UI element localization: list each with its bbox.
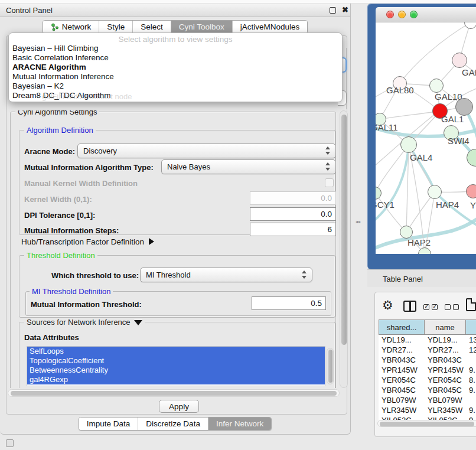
table-row[interactable]: YER054CYER054C8. (379, 375, 476, 385)
network-node-gal4[interactable] (400, 136, 417, 153)
tab-cyni-toolbox[interactable]: Cyni Toolbox (171, 21, 233, 33)
attribute-item-topologicalcoefficient[interactable]: TopologicalCoefficient (27, 356, 325, 366)
settings-group-title: Cyni Algorithm Settings (15, 110, 99, 116)
settings-vertical-scrollbar[interactable] (340, 110, 348, 388)
attributes-list-scrollbar[interactable] (327, 348, 334, 384)
table-panel-body: ⚙ ✓ ✓ shared...name YDL19...YDL19...13YD… (367, 287, 476, 450)
dpi-tolerance-field[interactable]: 0.0 (250, 207, 336, 221)
check-all-icon[interactable]: ✓ (432, 304, 438, 310)
table-row[interactable]: YDL19...YDL19...13 (379, 335, 476, 345)
kernel-width-field[interactable]: 0.0 (250, 191, 336, 205)
attribute-item-selfloops[interactable]: SelfLoops (27, 347, 325, 356)
algorithm-dropdown-popup: Select algorithm to view settings Bayesi… (8, 32, 343, 102)
tab-jactivemnodules[interactable]: jActiveMNodules (233, 21, 308, 33)
table-panel-titlebar: Table Panel (367, 269, 476, 287)
minimize-light[interactable] (398, 11, 406, 18)
table-cell: YBR045C (425, 385, 466, 395)
algorithm-option-aracne-algorithm[interactable]: ARACNE Algorithm (12, 63, 338, 72)
table-cell: YDR27... (379, 345, 425, 355)
data-attributes-list[interactable]: SelfLoopsTopologicalCoefficientBetweenne… (27, 346, 325, 386)
network-node-gal10[interactable] (429, 79, 444, 93)
manual-kernel-width-checkbox[interactable] (325, 178, 334, 187)
splitpane-divider-handle[interactable]: ◂▸ (356, 219, 361, 224)
mi-threshold-label: Mutual Information Threshold: (31, 300, 142, 309)
mi-threshold-group-title: MI Threshold Definition (30, 287, 113, 296)
node-label-hap2: HAP2 (407, 237, 431, 247)
bottom-tab-label: Discretize Data (146, 419, 200, 428)
sources-title[interactable]: Sources for Network Inference (24, 318, 145, 327)
network-node-hap2[interactable] (400, 226, 413, 239)
settings-horizontal-scrollbar[interactable] (8, 389, 340, 397)
close-icon[interactable]: ✖ (342, 5, 348, 14)
close-light[interactable] (386, 11, 394, 18)
new-page-icon[interactable] (466, 298, 476, 311)
mi-threshold-group: MI Threshold Definition Mutual Informati… (25, 291, 331, 316)
tab-network[interactable]: Network (43, 21, 100, 33)
network-node-gal[interactable] (452, 53, 467, 68)
network-node-y[interactable] (466, 184, 476, 198)
table-cell: YPR145W (425, 365, 466, 375)
control-panel-tabbar: NetworkStyleSelectCyni ToolboxjActiveMNo… (43, 20, 308, 34)
tab-label: Network (62, 22, 92, 31)
bottom-tab-label: Impute Data (87, 419, 131, 428)
uncheck-all-icon[interactable] (445, 304, 451, 310)
node-label-gal: GAL (462, 67, 476, 77)
table-cell: 8. (466, 375, 476, 385)
collapsed-panel-icon[interactable] (6, 439, 14, 447)
mi-algorithm-type-label: Mutual Information Algorithm Type: (24, 163, 154, 172)
algorithm-option-bayesian-hill-climbing[interactable]: Bayesian – Hill Climbing (12, 44, 338, 53)
network-node[interactable] (455, 98, 473, 116)
algorithm-option-mutual-information-inference[interactable]: Mutual Information Inference (12, 72, 338, 81)
settings-scroll-viewport: Cyni Algorithm Settings Algorithm Defini… (8, 110, 340, 388)
zoom-light[interactable] (410, 11, 418, 18)
attribute-item-betweennesscentrality[interactable]: BetweennessCentrality (27, 366, 325, 375)
tab-label: jActiveMNodules (240, 22, 300, 31)
algorithm-option-bayesian-k2[interactable]: Bayesian – K2 (12, 81, 338, 91)
table-row[interactable]: YBL079WYBL079W (379, 395, 476, 405)
mi-threshold-field[interactable]: 0.5 (252, 296, 326, 310)
table-rows: YDL19...YDL19...13YDR27...YDR27...12YBR0… (379, 335, 476, 425)
network-node-hap4[interactable] (428, 185, 442, 199)
hub-transcription-factor-section[interactable]: Hub/Transcription Factor Definition (21, 237, 154, 246)
tab-label: Style (107, 22, 125, 31)
column-header-clipped[interactable] (466, 319, 476, 335)
combo-arrows-icon (302, 270, 307, 279)
table-row[interactable]: YBR043CYBR043C (379, 355, 476, 365)
node-table: shared...name YDL19...YDL19...13YDR27...… (379, 319, 476, 425)
network-icon (51, 23, 59, 31)
bottom-tab-impute-data[interactable]: Impute Data (79, 418, 139, 430)
table-row[interactable]: YBR045CYBR045C9. (379, 385, 476, 395)
column-header-name[interactable]: name (425, 319, 466, 335)
sources-group: Sources for Network Inference Data Attri… (19, 322, 335, 388)
mi-algorithm-type-combobox[interactable]: Naive Bayes (161, 159, 336, 174)
node-label-hap4: HAP4 (436, 200, 459, 210)
bottom-tab-discretize-data[interactable]: Discretize Data (138, 418, 208, 430)
network-canvas[interactable]: GALGAL80GAL10GAL1SWI4GAL11GAL4GCY1HAP4YH… (376, 22, 476, 254)
table-cell: 12 (466, 345, 476, 355)
column-header-shared[interactable]: shared... (379, 319, 425, 335)
cyni-algorithm-settings-group: Cyni Algorithm Settings Algorithm Defini… (10, 112, 336, 388)
check-all-icon[interactable]: ✓ (423, 304, 429, 310)
uncheck-all-icon[interactable] (453, 304, 459, 310)
node-label-gcy1: GCY1 (376, 200, 395, 210)
float-window-icon[interactable] (330, 7, 336, 14)
tab-select[interactable]: Select (133, 21, 171, 33)
gear-icon[interactable]: ⚙ (382, 298, 393, 312)
aracne-mode-combobox[interactable]: Discovery (77, 144, 336, 158)
mi-steps-field[interactable]: 6 (250, 223, 336, 236)
table-row[interactable]: YPR145WYPR145W9. (379, 365, 476, 375)
tab-style[interactable]: Style (99, 21, 133, 33)
table-horizontal-scrollbar[interactable] (377, 420, 476, 427)
expand-right-icon[interactable] (149, 238, 154, 245)
which-threshold-combobox[interactable]: MI Threshold (140, 268, 312, 282)
table-row[interactable]: YDR27...YDR27...12 (379, 345, 476, 355)
split-columns-icon[interactable] (403, 301, 416, 312)
bottom-tab-infer-network[interactable]: Infer Network (208, 418, 271, 430)
node-label-swi4: SWI4 (448, 136, 470, 146)
algorithm-option-basic-correlation-inference[interactable]: Basic Correlation Inference (12, 53, 338, 63)
table-row[interactable]: YLR345WYLR345W9. (379, 405, 476, 415)
collapse-down-icon[interactable] (134, 320, 142, 325)
apply-button[interactable]: Apply (159, 400, 199, 413)
threshold-definition-title: Threshold Definition (24, 251, 97, 260)
attribute-item-gal4rgexp[interactable]: gal4RGexp (27, 375, 325, 384)
